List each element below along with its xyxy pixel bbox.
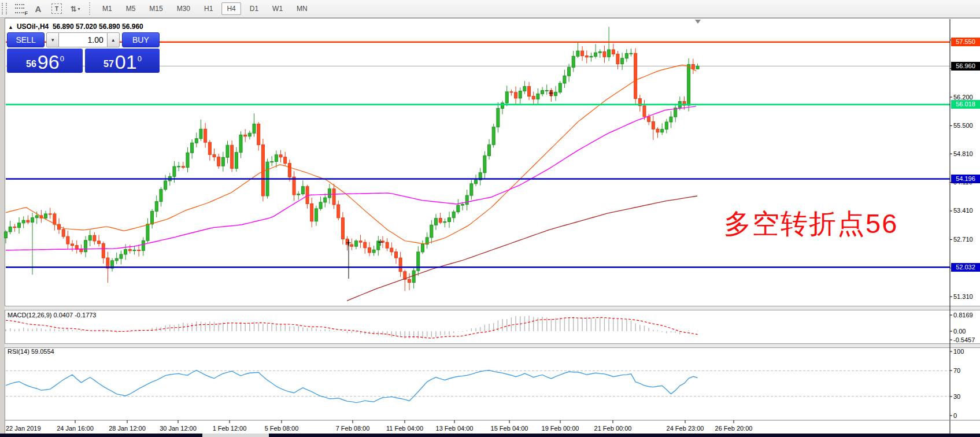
indicator-tick-label: 0.00 bbox=[953, 328, 966, 335]
ohlc-values: 56.890 57.020 56.890 56.960 bbox=[53, 23, 143, 31]
chart-annotation-text: 多空转折点56 bbox=[724, 206, 898, 242]
date-tick-label: 7 Feb 08:00 bbox=[336, 425, 370, 432]
rsi-pane-layer bbox=[6, 371, 950, 403]
toolbar-separator bbox=[89, 2, 91, 15]
price-tick-label: 56.200 bbox=[953, 94, 973, 101]
price-level-badge: 52.032 bbox=[951, 263, 980, 272]
drawing-objects-layer bbox=[346, 20, 701, 279]
indicator-tick-label: 30 bbox=[953, 393, 960, 400]
timeframe-button-d1[interactable]: D1 bbox=[245, 2, 264, 15]
date-tick-label: 1 Feb 12:00 bbox=[213, 425, 247, 432]
date-tick-label: 22 Jan 2019 bbox=[6, 425, 41, 432]
date-tick-label: 13 Feb 04:00 bbox=[436, 425, 474, 432]
toolbar-grip-handle[interactable] bbox=[2, 3, 7, 14]
volume-increase-button[interactable]: ▲ bbox=[107, 32, 120, 47]
text-box-tool-icon[interactable]: T bbox=[49, 2, 64, 15]
indicator-tick-label: 100 bbox=[953, 348, 964, 355]
price-tick-label: 54.810 bbox=[953, 150, 973, 157]
date-tick-label: 19 Feb 00:00 bbox=[542, 425, 579, 432]
text-label-tool-icon[interactable]: A bbox=[31, 2, 46, 15]
date-tick-label: 21 Feb 00:00 bbox=[594, 425, 632, 432]
price-tick-label: 53.410 bbox=[953, 207, 973, 214]
price-level-badge: 54.196 bbox=[951, 175, 980, 183]
chevron-down-icon: ▾ bbox=[77, 6, 80, 12]
symbol-period-label: USOil-,H4 bbox=[17, 23, 49, 31]
indicator-tick-label: 0.8169 bbox=[953, 312, 973, 319]
arrows-icon: ⇅ bbox=[71, 5, 76, 13]
timeframe-button-h1[interactable]: H1 bbox=[199, 2, 218, 15]
date-tick-label: 28 Jan 12:00 bbox=[109, 425, 146, 432]
toolbar: F A T ⇅ ▾ M1M5M15M30H1H4D1W1MN bbox=[0, 0, 980, 18]
buy-button[interactable]: BUY bbox=[122, 32, 160, 47]
mt4-chart-window: F A T ⇅ ▾ M1M5M15M30H1H4D1W1MN ▲USOil-,H… bbox=[0, 0, 980, 437]
timeframe-button-m15[interactable]: M15 bbox=[144, 2, 168, 15]
price-level-badge: 57.550 bbox=[951, 38, 980, 46]
date-tick-label: 26 Feb 20:00 bbox=[715, 425, 753, 432]
f-badge-label: F bbox=[25, 10, 28, 16]
price-tick-label: 52.710 bbox=[953, 236, 973, 243]
one-click-trading-panel: SELL ▼ 1.00 ▲ BUY 56 96 0 57 01 0 bbox=[7, 32, 160, 73]
one-click-panel-toggle-icon[interactable]: ▲ bbox=[8, 24, 13, 30]
indicator-tick-label: 0 bbox=[953, 412, 957, 419]
date-tick-label: 24 Feb 23:00 bbox=[667, 425, 704, 432]
timeframe-button-mn[interactable]: MN bbox=[291, 2, 313, 15]
chart-header: ▲USOil-,H4 56.890 57.020 56.890 56.960 bbox=[8, 23, 143, 31]
rsi-label: RSI(14) 59.0554 bbox=[8, 348, 54, 355]
date-tick-label: 15 Feb 04:00 bbox=[491, 425, 528, 432]
rsi-line bbox=[6, 371, 698, 403]
sell-price-display[interactable]: 56 96 0 bbox=[7, 49, 83, 73]
grid-icon bbox=[15, 4, 24, 13]
ma-fast bbox=[6, 65, 696, 244]
macd-signal-line bbox=[6, 317, 698, 338]
price-level-badge: 56.960 bbox=[951, 62, 980, 71]
chart-shift-marker-icon bbox=[695, 20, 701, 24]
arrows-tool-dropdown[interactable]: ⇅ ▾ bbox=[68, 2, 83, 15]
timeframe-button-m1[interactable]: M1 bbox=[97, 2, 117, 15]
date-tick-label: 30 Jan 12:00 bbox=[160, 425, 197, 432]
buy-price-display[interactable]: 57 01 0 bbox=[85, 49, 160, 73]
price-level-badge: 56.018 bbox=[951, 100, 980, 109]
price-tick-label: 51.310 bbox=[953, 293, 973, 300]
timeframe-buttons: M1M5M15M30H1H4D1W1MN bbox=[95, 2, 315, 15]
timeframe-button-w1[interactable]: W1 bbox=[267, 2, 288, 15]
volume-decrease-button[interactable]: ▼ bbox=[46, 32, 59, 47]
timeframe-button-m30[interactable]: M30 bbox=[172, 2, 195, 15]
ma-slow bbox=[347, 196, 697, 301]
volume-input[interactable]: 1.00 bbox=[59, 32, 107, 47]
date-tick-label: 24 Jan 16:00 bbox=[57, 425, 94, 432]
indicator-grid-f-icon[interactable]: F bbox=[12, 2, 27, 15]
sell-button[interactable]: SELL bbox=[7, 32, 45, 47]
indicator-tick-label: 70 bbox=[953, 367, 960, 374]
timeframe-button-m5[interactable]: M5 bbox=[121, 2, 141, 15]
price-tick-label: 55.500 bbox=[953, 122, 973, 129]
date-tick-label: 11 Feb 04:00 bbox=[386, 425, 423, 432]
date-tick-label: 5 Feb 08:00 bbox=[265, 425, 299, 432]
timeframe-button-h4[interactable]: H4 bbox=[221, 2, 241, 15]
macd-pane-layer bbox=[6, 316, 698, 339]
macd-label: MACD(12,26,9) 0.0407 -0.1773 bbox=[8, 312, 96, 319]
indicator-tick-label: -0.5457 bbox=[953, 336, 975, 343]
